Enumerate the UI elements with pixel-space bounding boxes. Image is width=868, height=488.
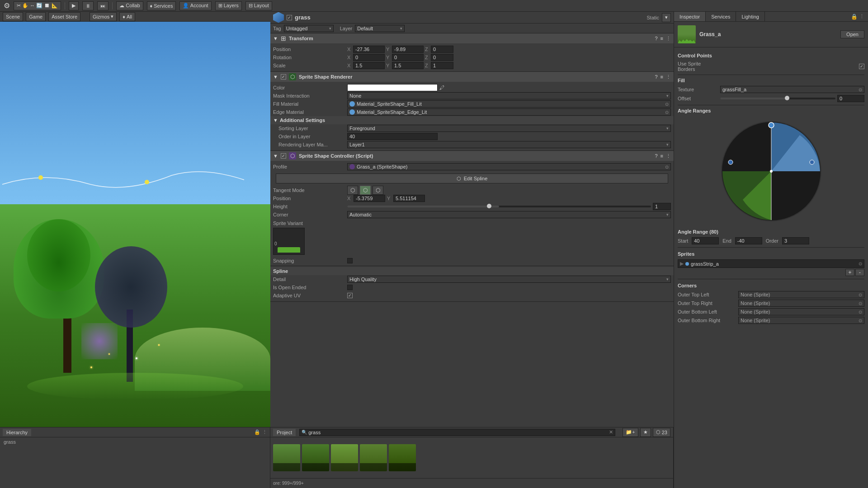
outer-top-right-target[interactable]: ⊙ [859,301,862,306]
game-tab[interactable]: Game [26,12,46,21]
position-z[interactable] [431,46,453,53]
detail-dropdown[interactable]: High Quality ▾ [347,276,671,283]
offset-track[interactable] [720,98,835,99]
ssc-menu-icon[interactable]: ⋮ [666,153,671,159]
play-btn[interactable]: ▶ [69,1,79,10]
search-input[interactable] [308,430,608,435]
color-swatch[interactable] [347,84,438,91]
open-button[interactable]: Open [840,30,864,38]
additional-settings-header[interactable]: ▼ Additional Settings [270,116,674,124]
hierarchy-item[interactable]: grass [4,439,266,445]
sprite-list-item-1[interactable]: ▶ grassStrip_a ⊙ [678,259,864,268]
right-tab-lighting[interactable]: Lighting [736,12,765,21]
offset-thumb[interactable] [785,96,789,100]
right-more-icon[interactable]: ⋮ [859,14,864,19]
services-btn[interactable]: ♦ Services [147,1,176,10]
transform-menu-icon[interactable]: ⋮ [666,36,671,42]
rotation-x[interactable] [353,54,385,61]
ssr-help-icon[interactable]: ? [655,74,657,80]
project-tab[interactable]: Project [273,429,296,436]
ctrl-pos-y[interactable] [393,195,425,202]
sprite-variant-box[interactable]: 0 [273,228,305,255]
toolbar-btn-tools[interactable]: ✂ ✋ ↔ 🔄 🔲 📐 [14,1,61,10]
collab-btn[interactable]: ☁ Collab [116,1,143,10]
texture-target[interactable]: ⊙ [859,87,862,92]
scale-y[interactable] [392,62,424,69]
corner-dropdown[interactable]: Automatic ▾ [347,211,671,218]
transform-help-icon[interactable]: ? [655,36,657,42]
asset-thumb-4[interactable] [360,444,387,471]
height-input[interactable] [653,203,671,210]
asset-store-tab[interactable]: Asset Store [48,12,80,21]
layer-dropdown[interactable]: Default ▾ [355,25,405,32]
layout-btn[interactable]: ⊟ Layout [245,1,272,10]
asset-thumb-2[interactable] [302,444,329,471]
rotation-z[interactable] [431,54,453,61]
edit-spline-btn[interactable]: ⬡ Edit Spline [276,174,668,183]
outer-bottom-right-value[interactable]: None (Sprite) ⊙ [738,317,864,324]
ssc-active-checkbox[interactable]: ✓ [281,153,286,159]
ssr-active-checkbox[interactable]: ✓ [281,74,286,80]
rotation-y[interactable] [392,54,424,61]
asset-thumb-5[interactable] [389,444,416,471]
end-input[interactable] [735,237,762,244]
mask-interaction-dropdown[interactable]: None ▾ [347,92,671,99]
is-open-ended-checkbox[interactable] [347,285,353,290]
height-thumb[interactable] [487,204,491,208]
outer-bottom-left-value[interactable]: None (Sprite) ⊙ [738,308,864,315]
add-sprite-btn[interactable]: + [845,269,854,276]
color-picker-icon[interactable]: 🖍 [439,85,444,90]
add-folder-btn[interactable]: 📁+ [623,428,638,437]
static-dropdown[interactable]: ▾ [662,13,671,22]
offset-input[interactable] [837,95,864,102]
outer-bottom-right-target[interactable]: ⊙ [859,318,862,323]
profile-target[interactable]: ⊙ [665,164,669,169]
order-in-layer-input[interactable] [347,133,438,140]
outer-top-left-value[interactable]: None (Sprite) ⊙ [738,291,864,298]
edge-material-ref[interactable]: Material_SpriteShape_Edge_Lit ⊙ [347,108,671,116]
sorting-layer-dropdown[interactable]: Foreground ▾ [347,125,671,132]
height-slider[interactable] [347,203,671,210]
ssc-settings-icon[interactable]: ≡ [660,153,663,159]
transform-settings-icon[interactable]: ≡ [660,36,663,42]
hierarchy-tab[interactable]: Hierarchy [3,429,31,436]
lock-icon[interactable]: 🔒 [254,429,260,435]
position-x[interactable] [353,46,385,53]
spline-header[interactable]: Spline [270,267,674,275]
scene-canvas[interactable] [0,22,270,427]
search-clear-icon[interactable]: ✕ [609,429,613,435]
account-btn[interactable]: 👤 Account [179,1,211,10]
right-tab-inspector[interactable]: Inspector [674,12,706,21]
scale-z[interactable] [431,62,453,69]
search-box[interactable]: 🔍 ✕ [299,429,615,436]
tangent-btn-1[interactable]: ⬡ [347,186,358,195]
fill-material-target[interactable]: ⊙ [665,102,669,107]
angle-circle-svg[interactable] [717,117,826,225]
ctrl-pos-x[interactable] [354,195,385,202]
order-input[interactable] [782,237,809,244]
ssr-header[interactable]: ▼ ✓ ⬡ Sprite Shape Renderer ? ≡ ⋮ [270,72,674,82]
rendering-layer-dropdown[interactable]: Layer1 ▾ [347,141,671,148]
step-btn[interactable]: ⏭ [97,1,108,10]
snapping-checkbox[interactable] [347,258,353,263]
gizmos-btn[interactable]: Gizmos ▾ [90,12,117,21]
position-y[interactable] [392,46,424,53]
tangent-btn-2[interactable]: ⬡ [360,186,371,195]
use-sprite-borders-checkbox[interactable]: ✓ [859,64,864,69]
texture-ref[interactable]: grassFill_a ⊙ [720,86,864,93]
layers-btn[interactable]: ⊞ Layers [215,1,242,10]
outer-top-left-target[interactable]: ⊙ [859,292,862,297]
ssc-header[interactable]: ▼ ✓ ⬡ Sprite Shape Controller (Script) ?… [270,151,674,161]
ssc-help-icon[interactable]: ? [655,153,657,159]
remove-sprite-btn[interactable]: - [855,269,864,276]
start-input[interactable] [692,237,719,244]
inspector-scroll[interactable]: ▼ ⊞ Transform ? ≡ ⋮ Position [270,33,674,427]
scene-tab[interactable]: Scene [3,12,23,21]
outer-bottom-left-target[interactable]: ⊙ [859,310,862,314]
fill-material-ref[interactable]: Material_SpriteShape_Fill_Lit ⊙ [347,100,671,108]
tangent-btn-3[interactable]: ⬡ [373,186,383,195]
ssr-menu-icon[interactable]: ⋮ [666,74,671,80]
right-lock-icon[interactable]: 🔒 [851,14,858,20]
pause-btn[interactable]: ⏸ [82,1,94,10]
object-active-checkbox[interactable]: ✓ [287,15,292,20]
